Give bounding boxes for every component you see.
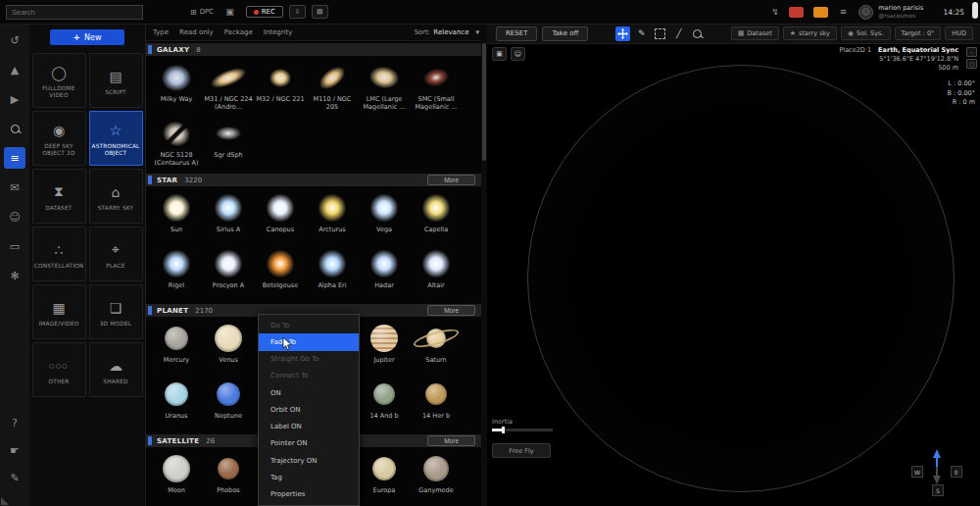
sidebar-item-dataset[interactable]: ⧗DATASET [32, 169, 86, 224]
chip-hud[interactable]: HUD [945, 26, 973, 40]
more-button[interactable]: More [427, 435, 475, 446]
compass-east[interactable]: E [951, 466, 962, 478]
object-item[interactable]: Alpha Eri [307, 245, 358, 301]
inertia-slider-thumb[interactable] [502, 427, 505, 433]
object-item[interactable]: Uranus [151, 376, 202, 431]
menu-item-label-on[interactable]: Label ON [259, 419, 359, 435]
filter-type[interactable]: Type [153, 28, 169, 36]
measure-tool-icon[interactable]: ╱ [671, 26, 686, 41]
chip-starry-sky[interactable]: ★starry sky [783, 26, 837, 40]
panel-layout-icon[interactable]: ▤ [312, 5, 328, 19]
zoom-tool-icon[interactable] [690, 26, 705, 41]
object-item[interactable]: Jupiter [359, 320, 410, 376]
help-icon[interactable]: ? [4, 412, 25, 433]
object-item[interactable]: Sgr dSph [203, 115, 254, 171]
hand-icon[interactable]: ☛ [4, 439, 25, 461]
stop-button[interactable] [789, 7, 804, 18]
object-item[interactable]: Capella [411, 189, 462, 245]
search-icon[interactable] [4, 118, 25, 139]
filter-package[interactable]: Package [224, 28, 253, 36]
free-fly-button[interactable]: Free Fly [492, 443, 551, 458]
brand-button[interactable] [813, 7, 828, 18]
object-item[interactable]: Hadar [359, 245, 410, 301]
object-item[interactable]: SMC (Small Magellanic ... [411, 59, 462, 115]
object-item[interactable]: Europa [359, 450, 410, 506]
settings-icon[interactable]: ≡ [840, 7, 848, 17]
object-item[interactable]: Arcturus [307, 189, 358, 245]
more-button[interactable]: More [427, 175, 475, 185]
sidebar-item-fulldome-video[interactable]: ◯FULLDOME VIDEO [32, 53, 86, 108]
maximize-icon[interactable]: ▢ [966, 59, 977, 69]
power-icon[interactable]: ↯ [771, 7, 779, 17]
sidebar-item-shared[interactable]: ☁SHARED [89, 342, 143, 397]
sort-control[interactable]: Sort: Relevance ▾ [415, 28, 479, 36]
object-item[interactable]: Vega [359, 189, 410, 245]
object-item[interactable]: M31 / NGC 224 (Andro... [203, 59, 254, 115]
object-item[interactable]: Sun [151, 189, 202, 245]
menu-item-trajectory-on[interactable]: Trajectory ON [259, 452, 359, 469]
observer-icon[interactable]: ☺ [511, 47, 525, 61]
sidebar-item-image-video[interactable]: ▦IMAGE/VIDEO [32, 284, 86, 339]
object-item[interactable]: Phobos [203, 450, 254, 506]
object-item[interactable]: Rigel [151, 245, 202, 301]
move-tool-icon[interactable] [615, 26, 630, 41]
minimize-icon[interactable]: – [966, 47, 977, 57]
object-item[interactable]: Betelgeuse [255, 245, 306, 301]
filter-integrity[interactable]: Integrity [264, 28, 293, 36]
sidebar-item-script[interactable]: ▤SCRIPT [89, 53, 143, 108]
more-button[interactable]: More [427, 305, 475, 316]
camera-icon[interactable]: ▣ [492, 47, 507, 61]
reset-button[interactable]: RESET [496, 26, 537, 41]
object-item[interactable]: M32 / NGC 221 [255, 59, 306, 115]
new-button[interactable]: + New [50, 29, 124, 45]
menu-item-tag[interactable]: Tag [259, 469, 359, 485]
comments-icon[interactable]: ✉ [4, 177, 25, 198]
dpc-control[interactable]: ⊞ DPC [190, 8, 214, 17]
menu-item-on[interactable]: ON [259, 384, 359, 401]
object-item[interactable]: LMC (Large Magellanic ... [359, 59, 410, 115]
users-icon[interactable]: ☺ [4, 206, 25, 228]
library-scrollbar-thumb[interactable] [482, 43, 486, 161]
object-item[interactable]: Moon [151, 450, 202, 506]
scrollbar-thumb[interactable] [972, 2, 978, 19]
object-item[interactable]: 14 Her b [411, 376, 462, 431]
object-item[interactable]: Neptune [203, 376, 254, 431]
chip-sol-sys[interactable]: ◉Sol. Sys. [841, 26, 891, 40]
object-item[interactable]: Altair [411, 245, 462, 301]
object-item[interactable]: Ganymede [411, 450, 462, 506]
chip-target-0[interactable]: Target : 0° [895, 26, 942, 40]
inertia-slider[interactable] [492, 429, 553, 431]
select-tool-icon[interactable] [653, 26, 667, 41]
object-item[interactable]: Sirius A [203, 189, 254, 245]
history-icon[interactable]: ↺ [4, 29, 25, 51]
object-item[interactable]: 14 And b [359, 376, 410, 431]
menu-item-fade-to[interactable]: Fade To [259, 333, 359, 350]
display-icon[interactable]: ▭ [4, 235, 25, 257]
menu-item-properties[interactable]: Properties [259, 486, 359, 503]
display-icon[interactable]: ▣ [225, 7, 234, 17]
download-icon[interactable]: ⇩ [289, 5, 306, 19]
chip-dataset[interactable]: ▦Dataset [731, 26, 779, 40]
sidebar-item-3d-model[interactable]: ❏3D MODEL [89, 284, 143, 339]
menu-item-orbit-on[interactable]: Orbit ON [259, 401, 359, 418]
object-item[interactable]: NGC 5128 (Centaurus A) [151, 115, 202, 171]
compass-south[interactable]: S [932, 484, 944, 496]
resize-grip-icon[interactable] [1, 497, 9, 505]
take-off-button[interactable]: Take off [542, 26, 588, 41]
sidebar-item-starry-sky[interactable]: ⌂STARRY SKY [89, 169, 143, 224]
media-icon[interactable]: ▲ [4, 59, 25, 80]
sidebar-item-constellation[interactable]: ∴CONSTELLATION [32, 227, 86, 281]
compass-needle-icon[interactable] [932, 449, 942, 484]
object-item[interactable]: Saturn [411, 320, 462, 376]
avatar[interactable]: ☺ [858, 5, 873, 20]
compass-west[interactable]: W [911, 466, 923, 478]
dome-view[interactable] [527, 65, 955, 492]
search-input[interactable] [6, 5, 143, 20]
sidebar-item-other[interactable]: ○○○OTHER [32, 342, 86, 397]
object-item[interactable]: Canopus [255, 189, 306, 245]
effects-icon[interactable]: ✻ [4, 265, 25, 286]
play-icon[interactable]: ▶ [4, 88, 25, 110]
object-item[interactable]: Mercury [151, 320, 202, 376]
edit-icon[interactable]: ✎ [4, 467, 25, 488]
filter-read-only[interactable]: Read only [179, 28, 214, 36]
